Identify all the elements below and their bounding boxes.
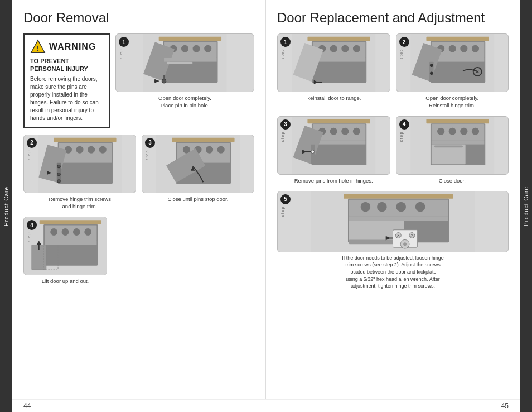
svg-rect-95	[311, 144, 315, 164]
step-2-svg	[24, 135, 136, 193]
right-step-1-svg	[278, 34, 390, 92]
svg-point-13	[162, 79, 166, 83]
right-step-1-word: step	[280, 49, 284, 59]
right-step-1-caption: Reinstall door to range.	[306, 94, 361, 102]
svg-rect-93	[313, 140, 366, 144]
right-step-2-box: 2 step	[396, 33, 509, 109]
svg-rect-109	[434, 145, 463, 147]
right-step-1-image: 1 step	[277, 33, 390, 92]
page-number-left: 44	[23, 402, 31, 410]
svg-rect-118	[349, 216, 448, 221]
svg-point-74	[448, 45, 456, 52]
svg-rect-11	[167, 62, 193, 64]
warning-header: ! WARNING	[30, 39, 103, 55]
svg-point-23	[88, 146, 95, 153]
right-step-4-image: 4 step	[396, 116, 509, 175]
step-2-badge: 2	[27, 138, 37, 148]
svg-point-62	[330, 45, 337, 52]
step-1-caption: Open door completely.Place pin in pin ho…	[158, 94, 211, 109]
svg-rect-65	[313, 58, 366, 61]
right-step-1-box: 1 step	[277, 33, 390, 109]
first-row: ! WARNING TO PREVENTPERSONAL INJURY Befo…	[23, 33, 254, 128]
svg-rect-3	[159, 37, 221, 41]
right-step-5-word: step	[280, 206, 284, 217]
svg-point-49	[62, 228, 69, 236]
svg-rect-100	[426, 119, 489, 123]
right-step-5-svg	[278, 191, 508, 252]
svg-point-7	[181, 45, 188, 52]
svg-rect-45	[40, 220, 101, 224]
step-1-image: 1 step	[115, 33, 254, 92]
svg-point-63	[341, 45, 349, 52]
svg-point-51	[84, 228, 91, 236]
svg-point-117	[415, 202, 425, 212]
svg-point-114	[361, 202, 371, 212]
warning-title: WARNING	[49, 42, 96, 52]
step-1-svg	[116, 34, 254, 92]
svg-rect-70	[426, 37, 489, 41]
right-step-4-word: step	[399, 131, 403, 142]
step-4-image: 4 step	[23, 217, 107, 275]
right-step-2-caption: Open door completely.Reinstall hinge tri…	[425, 94, 478, 109]
svg-rect-18	[54, 137, 116, 141]
svg-point-48	[50, 228, 57, 236]
page-numbers: 44 45	[12, 399, 520, 412]
right-step-2-svg	[396, 34, 509, 92]
svg-rect-77	[431, 58, 484, 61]
side-tab-left-label: Product Care	[3, 186, 9, 226]
warning-content: ! WARNING TO PREVENTPERSONAL INJURY Befo…	[30, 39, 103, 122]
right-step-5-box: 5 step	[277, 191, 509, 290]
right-step-4-svg	[396, 117, 509, 174]
warning-body: Before removing the doors, make sure the…	[30, 75, 103, 122]
svg-rect-34	[172, 137, 234, 141]
svg-point-39	[206, 146, 213, 153]
svg-point-22	[76, 146, 83, 153]
right-step-4-box: 4 step	[396, 116, 509, 184]
svg-point-80	[429, 64, 433, 67]
step-2-box: 2 step	[23, 135, 136, 210]
svg-point-106	[471, 127, 478, 135]
svg-point-50	[73, 228, 80, 236]
step-3-svg	[142, 135, 254, 193]
right-step-2-word: step	[399, 49, 403, 59]
warning-subtitle: TO PREVENTPERSONAL INJURY	[30, 57, 103, 73]
warning-triangle-icon: !	[30, 39, 46, 55]
right-step-5-image: 5 step	[277, 191, 509, 252]
svg-point-40	[217, 146, 225, 153]
step-3-box: 3 step	[142, 135, 254, 210]
right-section-title: Door Replacement and Adjustment	[277, 10, 509, 26]
two-column-layout: Door Removal !	[12, 0, 520, 399]
svg-point-28	[57, 165, 61, 168]
right-step-2-image: 2 step	[396, 33, 509, 92]
svg-point-64	[353, 45, 360, 52]
svg-rect-58	[307, 37, 370, 41]
svg-point-30	[57, 179, 61, 183]
right-step-3-svg	[278, 117, 390, 174]
svg-point-24	[99, 146, 107, 153]
svg-point-104	[448, 127, 456, 135]
left-section-title: Door Removal	[23, 10, 254, 26]
right-step-2-badge: 2	[399, 37, 409, 47]
step-2-image: 2 step	[23, 135, 136, 193]
svg-point-81	[429, 71, 433, 75]
svg-rect-107	[431, 140, 484, 144]
right-step-4-badge: 4	[399, 119, 409, 130]
right-step-5-badge: 5	[280, 194, 291, 204]
single-step-row: 4 step	[23, 217, 254, 285]
right-step-3-box: 3 step	[277, 116, 390, 184]
page-number-right: 45	[501, 402, 509, 410]
svg-point-129	[403, 242, 407, 246]
svg-point-103	[437, 127, 444, 135]
step-3-word: step	[145, 150, 149, 160]
right-step-4-caption: Close door.	[439, 177, 466, 184]
svg-point-92	[353, 127, 360, 135]
svg-text:!: !	[37, 44, 39, 52]
svg-point-75	[460, 45, 467, 52]
step-1-word: step	[119, 49, 123, 59]
right-steps-row-1-2: 1 step	[277, 33, 509, 109]
step-4-box: 4 step	[23, 217, 107, 285]
warning-box: ! WARNING TO PREVENTPERSONAL INJURY Befo…	[23, 33, 110, 128]
step-3-badge: 3	[145, 138, 155, 148]
svg-point-115	[377, 202, 387, 212]
step-2-word: step	[27, 150, 31, 160]
